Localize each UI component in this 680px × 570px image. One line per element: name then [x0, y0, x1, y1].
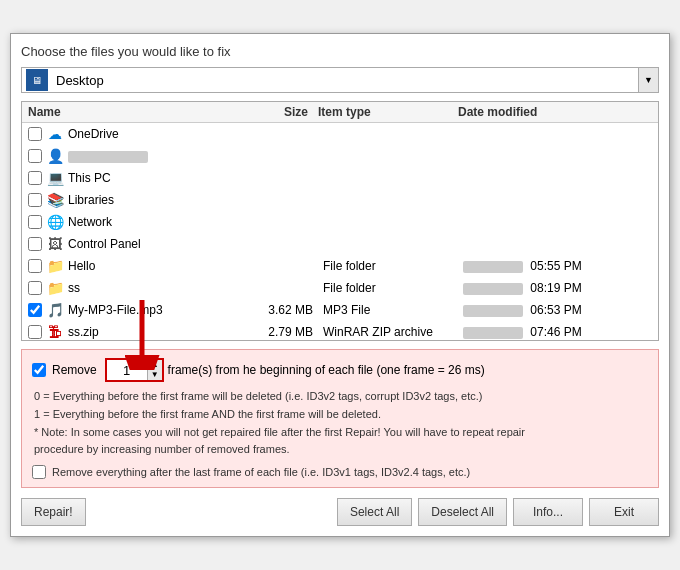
file-checkbox[interactable]: [28, 259, 42, 273]
remove-label-before: Remove: [52, 363, 97, 377]
deselect-all-button[interactable]: Deselect All: [418, 498, 507, 526]
location-dropdown-button[interactable]: ▼: [638, 68, 658, 92]
file-size: 2.79 MB: [253, 325, 323, 339]
info-button[interactable]: Info...: [513, 498, 583, 526]
header-name: Name: [28, 105, 248, 119]
file-name: OneDrive: [68, 127, 253, 141]
cloud-icon: ☁: [46, 125, 64, 143]
file-name: Libraries: [68, 193, 253, 207]
info-line-2: 1 = Everything before the first frame AN…: [34, 406, 648, 424]
file-date: 07:46 PM: [463, 325, 652, 339]
location-bar[interactable]: 🖥 Desktop ▼: [21, 67, 659, 93]
zip-icon: 🗜: [46, 323, 64, 341]
file-type: File folder: [323, 259, 463, 273]
file-date: 05:55 PM: [463, 259, 652, 273]
info-line-3: * Note: In some cases you will not get r…: [34, 424, 648, 442]
remove-last-row: Remove everything after the last frame o…: [32, 465, 648, 479]
file-size: 3.62 MB: [253, 303, 323, 317]
table-row: 🗜ss.zip2.79 MBWinRAR ZIP archive 07:46 P…: [22, 321, 658, 341]
file-name: Control Panel: [68, 237, 253, 251]
file-date: 08:19 PM: [463, 281, 652, 295]
table-row: 📁HelloFile folder 05:55 PM: [22, 255, 658, 277]
file-name: This PC: [68, 171, 253, 185]
exit-button[interactable]: Exit: [589, 498, 659, 526]
pc-icon: 💻: [46, 169, 64, 187]
arrow-indicator: [122, 290, 202, 373]
info-text-block: 0 = Everything before the first frame wi…: [34, 388, 648, 458]
header-type: Item type: [318, 105, 458, 119]
dialog-title: Choose the files you would like to fix: [21, 44, 659, 59]
bottom-buttons: Repair! Select All Deselect All Info... …: [21, 498, 659, 526]
location-icon: 🖥: [26, 69, 48, 91]
table-row: 🌐Network: [22, 211, 658, 233]
table-row: ☁OneDrive: [22, 123, 658, 145]
header-date: Date modified: [458, 105, 652, 119]
cp-icon: 🖼: [46, 235, 64, 253]
remove-last-checkbox[interactable]: [32, 465, 46, 479]
file-list-header: Name Size Item type Date modified: [22, 102, 658, 123]
file-date: 06:53 PM: [463, 303, 652, 317]
file-checkbox[interactable]: [28, 193, 42, 207]
user-icon: 👤: [46, 147, 64, 165]
file-rows-container: ☁OneDrive👤💻This PC📚Libraries🌐Network🖼Con…: [22, 123, 658, 341]
file-type: WinRAR ZIP archive: [323, 325, 463, 339]
info-line-1: 0 = Everything before the first frame wi…: [34, 388, 648, 406]
mp3-icon: 🎵: [46, 301, 64, 319]
folder-icon: 📁: [46, 279, 64, 297]
file-name: [68, 149, 253, 163]
location-text: Desktop: [52, 73, 638, 88]
file-checkbox[interactable]: [28, 237, 42, 251]
table-row: 📚Libraries: [22, 189, 658, 211]
bottom-section: Remove 1 ▲ ▼ frame(s) from he beginning …: [21, 349, 659, 487]
info-line-4: procedure by increasing number of remove…: [34, 441, 648, 459]
remove-label-after: frame(s) from he beginning of each file …: [168, 363, 485, 377]
main-dialog: Choose the files you would like to fix 🖥…: [10, 33, 670, 536]
folder-icon: 📁: [46, 257, 64, 275]
lib-icon: 📚: [46, 191, 64, 209]
file-type: File folder: [323, 281, 463, 295]
header-size: Size: [248, 105, 318, 119]
table-row: 🖼Control Panel: [22, 233, 658, 255]
file-checkbox[interactable]: [28, 215, 42, 229]
repair-button[interactable]: Repair!: [21, 498, 86, 526]
select-all-button[interactable]: Select All: [337, 498, 412, 526]
table-row: 💻This PC: [22, 167, 658, 189]
file-checkbox[interactable]: [28, 281, 42, 295]
file-checkbox[interactable]: [28, 171, 42, 185]
file-name: Hello: [68, 259, 253, 273]
file-checkbox[interactable]: [28, 303, 42, 317]
file-checkbox[interactable]: [28, 149, 42, 163]
file-list: Name Size Item type Date modified ☁OneDr…: [21, 101, 659, 341]
file-checkbox[interactable]: [28, 127, 42, 141]
file-checkbox[interactable]: [28, 325, 42, 339]
net-icon: 🌐: [46, 213, 64, 231]
file-type: MP3 File: [323, 303, 463, 317]
remove-last-text: Remove everything after the last frame o…: [52, 466, 470, 478]
table-row: 🎵My-MP3-File.mp33.62 MBMP3 File 06:53 PM: [22, 299, 658, 321]
remove-frames-checkbox[interactable]: [32, 363, 46, 377]
table-row: 📁ssFile folder 08:19 PM: [22, 277, 658, 299]
table-row: 👤: [22, 145, 658, 167]
file-name: Network: [68, 215, 253, 229]
